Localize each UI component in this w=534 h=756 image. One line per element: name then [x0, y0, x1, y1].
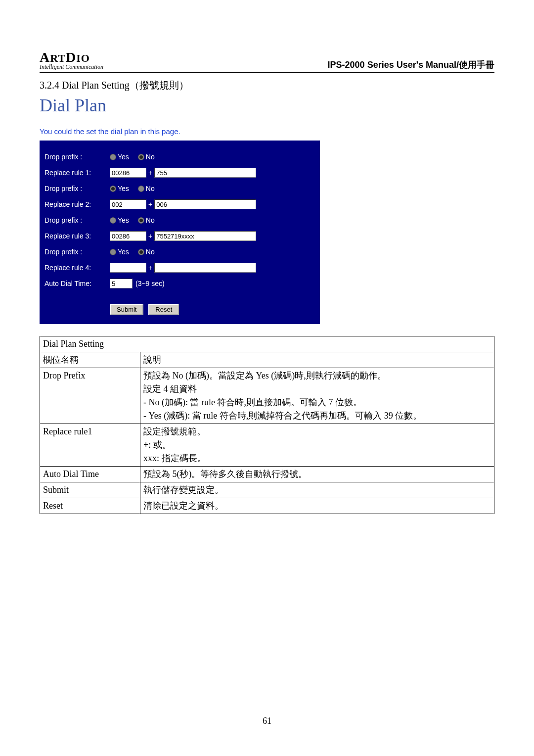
- section-title: 3.2.4 Dial Plan Setting（撥號規則）: [40, 79, 494, 92]
- manual-title: IPS-2000 Series User's Manual/使用手冊: [328, 59, 494, 71]
- button-row: Submit Reset: [44, 304, 315, 315]
- replace-rule-row-4: Replace rule 4: +: [44, 260, 315, 275]
- cell-field: Reset: [40, 498, 140, 514]
- replace-rule-row-1: Replace rule 1: +: [44, 165, 315, 180]
- logo-block: ARTDIO Intelligent Communication: [40, 49, 103, 71]
- drop1-no-label: No: [146, 153, 155, 161]
- dial-plan-form: Drop prefix : Yes No Replace rule 1: + D…: [40, 141, 320, 324]
- drop-prefix-label-2: Drop prefix :: [44, 185, 110, 192]
- drop2-no-radio[interactable]: [138, 186, 144, 192]
- cell-desc: 預設為 No (加碼)。當設定為 Yes (減碼)時,則執行減碼的動作。 設定 …: [140, 368, 494, 424]
- submit-button[interactable]: Submit: [110, 304, 143, 315]
- rule1-left-input[interactable]: [110, 168, 146, 178]
- table-caption-row: Dial Plan Setting: [40, 336, 494, 352]
- cell-field: Auto Dial Time: [40, 467, 140, 482]
- rule4-left-input[interactable]: [110, 263, 146, 273]
- plus-4: +: [148, 264, 152, 272]
- plus-2: +: [148, 200, 152, 208]
- panel-note: You could the set the dial plan in this …: [40, 127, 320, 136]
- replace-rule-row-2: Replace rule 2: +: [44, 197, 315, 212]
- plus-3: +: [148, 232, 152, 240]
- drop1-no-radio[interactable]: [138, 154, 144, 160]
- drop4-yes-label: Yes: [118, 248, 129, 256]
- cell-field: Submit: [40, 482, 140, 498]
- table-caption: Dial Plan Setting: [40, 336, 494, 352]
- rule1-right-input[interactable]: [154, 168, 256, 178]
- cell-desc: 預設為 5(秒)。等待多久後自動執行撥號。: [140, 467, 494, 482]
- reset-button[interactable]: Reset: [148, 304, 179, 315]
- replace-rule-label-4: Replace rule 4:: [44, 264, 110, 272]
- drop3-yes-radio[interactable]: [110, 217, 116, 224]
- dial-plan-panel: Dial Plan You could the set the dial pla…: [40, 95, 320, 324]
- drop-prefix-row-1: Drop prefix : Yes No: [44, 149, 315, 164]
- drop-prefix-label-4: Drop prefix :: [44, 248, 110, 256]
- page-number: 61: [0, 716, 534, 726]
- drop4-yes-radio[interactable]: [110, 249, 116, 255]
- replace-rule-row-3: Replace rule 3: +: [44, 229, 315, 243]
- table-row: Submit 執行儲存變更設定。: [40, 482, 494, 498]
- page-header: ARTDIO Intelligent Communication IPS-200…: [40, 49, 494, 73]
- drop4-no-label: No: [146, 248, 155, 256]
- table-row: Reset 清除已設定之資料。: [40, 498, 494, 514]
- drop2-yes-radio[interactable]: [110, 186, 116, 192]
- auto-dial-row: Auto Dial Time: (3~9 sec): [44, 276, 315, 291]
- cell-field: Drop Prefix: [40, 368, 140, 424]
- replace-rule-label-1: Replace rule 1:: [44, 169, 110, 177]
- auto-dial-hint: (3~9 sec): [135, 280, 165, 287]
- rule3-right-input[interactable]: [154, 231, 256, 241]
- panel-title: Dial Plan: [40, 95, 320, 116]
- plus-1: +: [148, 169, 152, 177]
- drop2-no-label: No: [146, 185, 155, 192]
- rule4-right-input[interactable]: [154, 263, 256, 273]
- table-row: Drop Prefix 預設為 No (加碼)。當設定為 Yes (減碼)時,則…: [40, 368, 494, 424]
- table-header-row: 欄位名稱 說明: [40, 352, 494, 368]
- cell-field: Replace rule1: [40, 424, 140, 467]
- cell-desc: 設定撥號規範。 +: 或。 xxx: 指定碼長。: [140, 424, 494, 467]
- drop1-yes-label: Yes: [118, 153, 129, 161]
- table-head-field: 欄位名稱: [40, 352, 140, 368]
- table-row: Auto Dial Time 預設為 5(秒)。等待多久後自動執行撥號。: [40, 467, 494, 482]
- drop1-yes-radio[interactable]: [110, 154, 116, 160]
- cell-desc: 清除已設定之資料。: [140, 498, 494, 514]
- panel-divider: [40, 118, 320, 118]
- drop-prefix-row-4: Drop prefix : Yes No: [44, 244, 315, 259]
- rule3-left-input[interactable]: [110, 231, 146, 241]
- cell-desc: 執行儲存變更設定。: [140, 482, 494, 498]
- replace-rule-label-2: Replace rule 2:: [44, 200, 110, 208]
- drop-prefix-label-3: Drop prefix :: [44, 216, 110, 224]
- auto-dial-label: Auto Dial Time:: [44, 280, 110, 287]
- rule2-right-input[interactable]: [154, 199, 256, 209]
- replace-rule-label-3: Replace rule 3:: [44, 232, 110, 240]
- drop3-no-radio[interactable]: [138, 217, 144, 224]
- drop4-no-radio[interactable]: [138, 249, 144, 255]
- logo-sub: Intelligent Communication: [40, 63, 103, 71]
- drop3-yes-label: Yes: [118, 216, 129, 224]
- drop-prefix-label-1: Drop prefix :: [44, 153, 110, 161]
- table-head-desc: 說明: [140, 352, 494, 368]
- drop2-yes-label: Yes: [118, 185, 129, 192]
- drop-prefix-row-2: Drop prefix : Yes No: [44, 181, 315, 196]
- drop3-no-label: No: [146, 216, 155, 224]
- auto-dial-input[interactable]: [110, 279, 133, 288]
- rule2-left-input[interactable]: [110, 199, 146, 209]
- drop-prefix-row-3: Drop prefix : Yes No: [44, 213, 315, 228]
- description-table: Dial Plan Setting 欄位名稱 說明 Drop Prefix 預設…: [40, 336, 494, 514]
- table-row: Replace rule1 設定撥號規範。 +: 或。 xxx: 指定碼長。: [40, 424, 494, 467]
